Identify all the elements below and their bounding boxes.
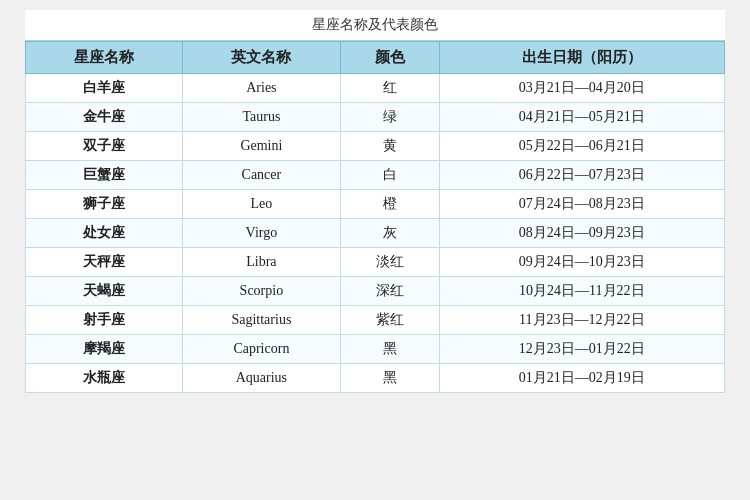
table-row: 摩羯座Capricorn黑12月23日—01月22日 [26,335,725,364]
table-row: 白羊座Aries红03月21日—04月20日 [26,74,725,103]
cell-color: 黑 [340,335,439,364]
table-row: 处女座Virgo灰08月24日—09月23日 [26,219,725,248]
table-body: 白羊座Aries红03月21日—04月20日金牛座Taurus绿04月21日—0… [26,74,725,393]
cell-chinese: 天蝎座 [26,277,183,306]
cell-color: 黄 [340,132,439,161]
cell-english: Sagittarius [183,306,340,335]
cell-color: 深红 [340,277,439,306]
cell-english: Scorpio [183,277,340,306]
table-row: 天蝎座Scorpio深红10月24日—11月22日 [26,277,725,306]
cell-color: 灰 [340,219,439,248]
cell-date: 08月24日—09月23日 [439,219,724,248]
cell-date: 05月22日—06月21日 [439,132,724,161]
cell-date: 06月22日—07月23日 [439,161,724,190]
zodiac-table: 星座名称 英文名称 颜色 出生日期（阳历） 白羊座Aries红03月21日—04… [25,41,725,393]
table-row: 水瓶座Aquarius黑01月21日—02月19日 [26,364,725,393]
cell-english: Libra [183,248,340,277]
cell-date: 01月21日—02月19日 [439,364,724,393]
cell-chinese: 射手座 [26,306,183,335]
cell-english: Gemini [183,132,340,161]
cell-date: 03月21日—04月20日 [439,74,724,103]
cell-english: Cancer [183,161,340,190]
header-color: 颜色 [340,42,439,74]
cell-english: Aquarius [183,364,340,393]
cell-color: 淡红 [340,248,439,277]
cell-color: 橙 [340,190,439,219]
table-row: 双子座Gemini黄05月22日—06月21日 [26,132,725,161]
header-date: 出生日期（阳历） [439,42,724,74]
cell-chinese: 水瓶座 [26,364,183,393]
header-chinese: 星座名称 [26,42,183,74]
cell-chinese: 天秤座 [26,248,183,277]
cell-english: Capricorn [183,335,340,364]
table-title: 星座名称及代表颜色 [25,10,725,41]
table-header-row: 星座名称 英文名称 颜色 出生日期（阳历） [26,42,725,74]
cell-date: 10月24日—11月22日 [439,277,724,306]
cell-date: 09月24日—10月23日 [439,248,724,277]
cell-english: Aries [183,74,340,103]
cell-date: 11月23日—12月22日 [439,306,724,335]
cell-chinese: 白羊座 [26,74,183,103]
table-row: 狮子座Leo橙07月24日—08月23日 [26,190,725,219]
cell-english: Leo [183,190,340,219]
cell-chinese: 巨蟹座 [26,161,183,190]
table-row: 射手座Sagittarius紫红11月23日—12月22日 [26,306,725,335]
cell-color: 绿 [340,103,439,132]
cell-chinese: 摩羯座 [26,335,183,364]
cell-color: 紫红 [340,306,439,335]
cell-color: 红 [340,74,439,103]
cell-english: Taurus [183,103,340,132]
cell-date: 04月21日—05月21日 [439,103,724,132]
cell-english: Virgo [183,219,340,248]
cell-color: 黑 [340,364,439,393]
table-row: 金牛座Taurus绿04月21日—05月21日 [26,103,725,132]
table-row: 天秤座Libra淡红09月24日—10月23日 [26,248,725,277]
cell-date: 07月24日—08月23日 [439,190,724,219]
cell-chinese: 金牛座 [26,103,183,132]
main-container: 星座名称及代表颜色 星座名称 英文名称 颜色 出生日期（阳历） 白羊座Aries… [25,10,725,393]
cell-chinese: 处女座 [26,219,183,248]
cell-date: 12月23日—01月22日 [439,335,724,364]
header-english: 英文名称 [183,42,340,74]
table-row: 巨蟹座Cancer白06月22日—07月23日 [26,161,725,190]
cell-color: 白 [340,161,439,190]
cell-chinese: 双子座 [26,132,183,161]
cell-chinese: 狮子座 [26,190,183,219]
